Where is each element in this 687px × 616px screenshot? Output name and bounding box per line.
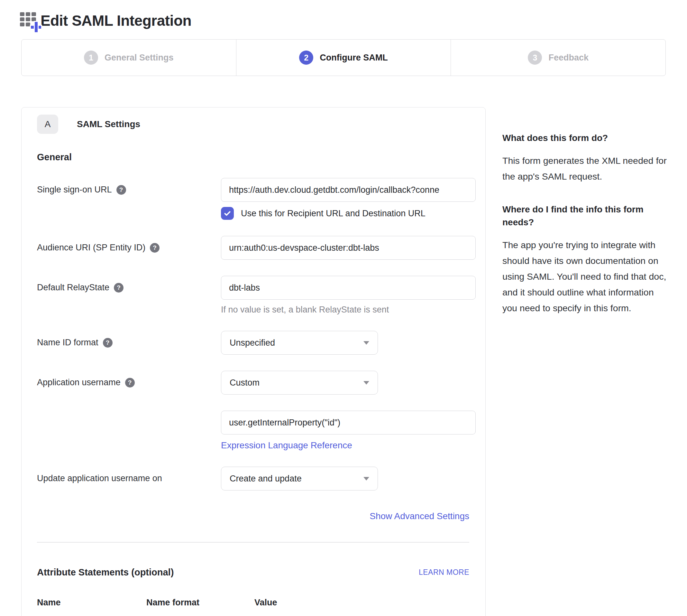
page-title: Edit SAML Integration: [41, 12, 191, 29]
expression-language-reference-link[interactable]: Expression Language Reference: [221, 440, 352, 450]
recipient-url-checkbox-label: Use this for Recipient URL and Destinati…: [241, 208, 426, 219]
help-sidebar: What does this form do? This form genera…: [502, 107, 670, 316]
step-label: General Settings: [105, 53, 174, 63]
sidebar-answer-2: The app you're trying to integrate with …: [502, 237, 670, 316]
general-heading: General: [37, 152, 474, 162]
help-icon[interactable]: ?: [150, 243, 160, 252]
caret-down-icon: [363, 477, 369, 481]
nameid-format-label: Name ID format: [37, 337, 98, 348]
recipient-url-checkbox-row: Use this for Recipient URL and Destinati…: [221, 207, 476, 220]
relaystate-hint: If no value is set, a blank RelayState i…: [221, 305, 476, 315]
attribute-statements-heading: Attribute Statements (optional): [37, 567, 174, 578]
nameid-format-select[interactable]: Unspecified: [221, 331, 378, 355]
field-row-custom-expression: Expression Language Reference: [37, 411, 474, 450]
section-title: SAML Settings: [77, 119, 140, 129]
app-grid-plus-icon: [20, 12, 38, 29]
wizard-stepper: 1 General Settings 2 Configure SAML 3 Fe…: [21, 39, 666, 76]
step-feedback[interactable]: 3 Feedback: [451, 40, 665, 75]
help-icon[interactable]: ?: [114, 283, 123, 292]
help-icon[interactable]: ?: [103, 338, 113, 348]
field-row-nameid: Name ID format ? Unspecified: [37, 331, 474, 355]
audience-uri-input[interactable]: [221, 236, 476, 260]
step-label: Feedback: [548, 53, 589, 63]
show-advanced-settings-link[interactable]: Show Advanced Settings: [370, 511, 469, 521]
update-username-label: Update application username on: [37, 472, 162, 484]
step-number-badge: 1: [84, 50, 98, 65]
sidebar-answer-1: This form generates the XML needed for t…: [502, 153, 670, 184]
app-username-label: Application username: [37, 377, 121, 388]
help-icon[interactable]: ?: [125, 378, 135, 388]
caret-down-icon: [363, 341, 369, 345]
sso-url-input[interactable]: [221, 178, 476, 202]
page-header: Edit SAML Integration: [0, 0, 687, 29]
step-general-settings[interactable]: 1 General Settings: [22, 40, 236, 75]
saml-settings-panel: A SAML Settings General Single sign-on U…: [21, 107, 486, 616]
field-row-app-username: Application username ? Custom: [37, 371, 474, 395]
recipient-url-checkbox[interactable]: [221, 207, 234, 220]
help-icon[interactable]: ?: [116, 185, 126, 195]
relaystate-input[interactable]: [221, 276, 476, 300]
sidebar-question-2: Where do I find the info this form needs…: [502, 203, 670, 229]
learn-more-link[interactable]: LEARN MORE: [419, 568, 469, 577]
step-label: Configure SAML: [320, 53, 388, 63]
column-header-name: Name: [37, 598, 146, 608]
custom-expression-input[interactable]: [221, 411, 476, 435]
update-username-select[interactable]: Create and update: [221, 467, 378, 490]
attribute-table-header: Name Name format Value: [37, 598, 474, 608]
sidebar-question-1: What does this form do?: [502, 132, 670, 145]
field-row-audience: Audience URI (SP Entity ID) ?: [37, 236, 474, 260]
panel-header: A SAML Settings: [37, 115, 474, 134]
plus-icon: [31, 22, 41, 32]
section-a-badge: A: [37, 115, 58, 134]
field-row-update-username: Update application username on Create an…: [37, 467, 474, 490]
saml-form: Single sign-on URL ? Use this for Recipi…: [37, 178, 474, 490]
field-row-relaystate: Default RelayState ? If no value is set,…: [37, 276, 474, 315]
sso-url-label: Single sign-on URL: [37, 184, 112, 195]
audience-uri-label: Audience URI (SP Entity ID): [37, 242, 145, 253]
app-username-select[interactable]: Custom: [221, 371, 378, 395]
step-number-badge: 2: [299, 50, 313, 65]
section-divider: [37, 542, 469, 543]
caret-down-icon: [363, 381, 369, 384]
field-row-sso: Single sign-on URL ? Use this for Recipi…: [37, 178, 474, 220]
column-header-name-format: Name format: [146, 598, 254, 608]
check-icon: [223, 209, 232, 218]
column-header-value: Value: [254, 598, 277, 608]
step-configure-saml[interactable]: 2 Configure SAML: [236, 40, 451, 75]
relaystate-label: Default RelayState: [37, 282, 109, 293]
step-number-badge: 3: [528, 50, 542, 65]
page-content: A SAML Settings General Single sign-on U…: [21, 107, 687, 616]
